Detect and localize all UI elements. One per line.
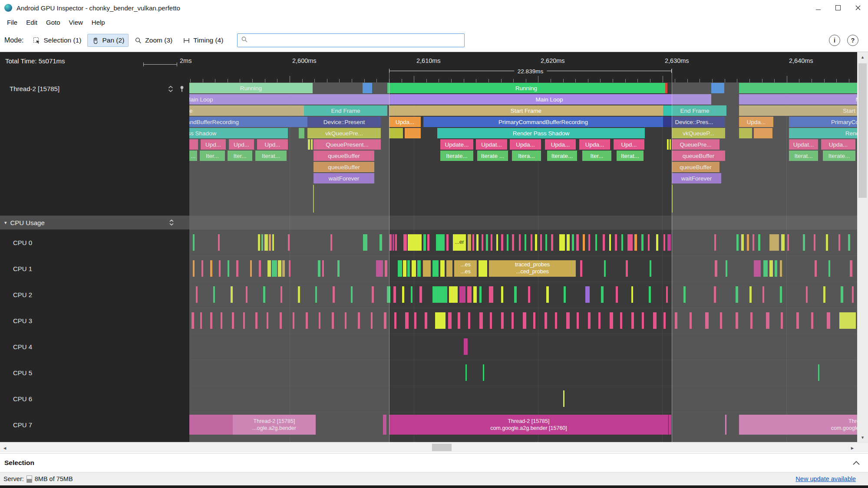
trace-slice[interactable]: [408, 234, 422, 251]
trace-slice[interactable]: [458, 312, 460, 329]
trace-slice[interactable]: [387, 286, 390, 303]
trace-slice[interactable]: [490, 312, 492, 329]
trace-slice[interactable]: [189, 139, 198, 150]
trace-slice[interactable]: [423, 234, 426, 251]
trace-slice[interactable]: [210, 312, 212, 329]
trace-slice[interactable]: [432, 286, 447, 303]
trace-slice[interactable]: [604, 260, 606, 277]
info-button[interactable]: i: [829, 35, 840, 46]
trace-slice[interactable]: waitForever: [672, 173, 721, 183]
trace-slice[interactable]: [483, 364, 484, 381]
trace-slice[interactable]: [850, 260, 852, 277]
trace-slice[interactable]: [512, 312, 514, 329]
trace-slice[interactable]: [281, 286, 282, 303]
vertical-scrollbar[interactable]: ▴ ▾: [857, 52, 868, 442]
trace-slice[interactable]: [393, 234, 394, 251]
trace-slice[interactable]: [595, 234, 597, 251]
trace-slice[interactable]: [330, 234, 332, 251]
trace-slice[interactable]: [621, 234, 623, 251]
trace-slice[interactable]: [236, 260, 238, 277]
trace-slice[interactable]: [754, 260, 761, 277]
trace-slice[interactable]: [667, 139, 669, 150]
trace-slice[interactable]: [501, 312, 504, 329]
trace-slice[interactable]: Updat...: [789, 139, 818, 150]
trace-slice[interactable]: [762, 286, 764, 303]
trace-slice[interactable]: Iterat...: [255, 151, 287, 161]
trace-slice[interactable]: [769, 260, 773, 277]
trace-slice[interactable]: Iter...: [582, 151, 611, 161]
trace-slice[interactable]: [376, 260, 383, 277]
vertical-scroll-thumb[interactable]: [858, 63, 867, 198]
trace-slice[interactable]: [720, 312, 722, 329]
time-ruler[interactable]: Total Time: 5s071ms 2ms 22.839ms2,600ms2…: [0, 52, 857, 82]
trace-slice[interactable]: [841, 286, 843, 303]
trace-slice[interactable]: [278, 260, 281, 277]
pin-icon[interactable]: [178, 85, 186, 93]
trace-slice[interactable]: Upd...: [257, 139, 288, 150]
trace-slice[interactable]: [683, 286, 686, 303]
trace-slice[interactable]: [663, 312, 666, 329]
trace-slice[interactable]: [345, 312, 347, 329]
trace-slice[interactable]: Upda...: [389, 117, 421, 127]
trace-slice[interactable]: [403, 234, 407, 251]
trace-slice[interactable]: [627, 234, 633, 251]
trace-slice[interactable]: [311, 139, 313, 150]
trace-slice[interactable]: [385, 260, 387, 277]
trace-slice[interactable]: [351, 286, 353, 303]
scroll-left-arrow-icon[interactable]: ◂: [0, 442, 10, 453]
trace-slice[interactable]: [546, 286, 549, 303]
trace-slice[interactable]: [405, 128, 421, 138]
trace-slice[interactable]: [383, 415, 386, 435]
trace-slice[interactable]: [221, 312, 222, 329]
scroll-right-arrow-icon[interactable]: ▸: [848, 442, 857, 453]
selection-boundary-line[interactable]: [389, 69, 389, 442]
trace-slice[interactable]: [372, 286, 374, 303]
trace-slice[interactable]: [398, 260, 402, 277]
trace-slice[interactable]: [823, 286, 825, 303]
menu-item-file[interactable]: File: [3, 19, 22, 26]
trace-slice[interactable]: QueuePre...: [672, 139, 719, 150]
trace-slice[interactable]: Upd...: [614, 139, 644, 150]
trace-slice[interactable]: [675, 312, 677, 329]
trace-slice[interactable]: [272, 234, 274, 251]
tool-pan[interactable]: Pan (2): [87, 34, 129, 47]
trace-slice[interactable]: [631, 286, 633, 303]
menu-item-view[interactable]: View: [65, 19, 87, 26]
trace-slice[interactable]: Start Frame: [189, 105, 304, 116]
trace-slice[interactable]: [690, 312, 692, 329]
trace-slice[interactable]: [371, 312, 373, 329]
trace-slice[interactable]: [656, 234, 658, 251]
trace-slice[interactable]: [665, 83, 667, 93]
trace-slice[interactable]: [200, 312, 202, 329]
close-button[interactable]: [848, 0, 868, 16]
trace-slice[interactable]: vkQueueP...: [672, 128, 725, 138]
trace-slice[interactable]: [852, 286, 854, 303]
trace-slice[interactable]: [459, 286, 465, 303]
trace-slice[interactable]: [243, 312, 245, 329]
trace-slice[interactable]: End Frame: [663, 105, 726, 116]
trace-slice[interactable]: [425, 312, 427, 329]
trace-slice[interactable]: [411, 286, 413, 303]
trace-slice[interactable]: [811, 312, 813, 329]
trace-slice[interactable]: [577, 312, 579, 329]
trace-slice[interactable]: [535, 234, 537, 251]
horizontal-scroll-thumb[interactable]: [432, 444, 452, 451]
trace-slice[interactable]: [436, 234, 445, 251]
trace-slice[interactable]: [246, 286, 248, 303]
trace-slice[interactable]: Thread-2 [15785]...ogle.a2g.bender: [233, 415, 316, 435]
trace-slice[interactable]: Running: [189, 83, 313, 93]
trace-slice[interactable]: [507, 234, 508, 251]
trace-slice[interactable]: [476, 234, 479, 251]
trace-slice[interactable]: [616, 286, 618, 303]
trace-slice[interactable]: [491, 234, 492, 251]
trace-slice[interactable]: [747, 234, 749, 251]
trace-slice[interactable]: [775, 260, 777, 277]
trace-slice[interactable]: Main Loop: [739, 94, 857, 105]
search-input[interactable]: [251, 36, 461, 45]
trace-slice[interactable]: [610, 312, 613, 329]
trace-slice[interactable]: [736, 286, 738, 303]
search-box[interactable]: [237, 33, 465, 47]
trace-slice[interactable]: [670, 139, 671, 150]
trace-slice[interactable]: [763, 260, 768, 277]
trace-slice[interactable]: [417, 260, 421, 277]
